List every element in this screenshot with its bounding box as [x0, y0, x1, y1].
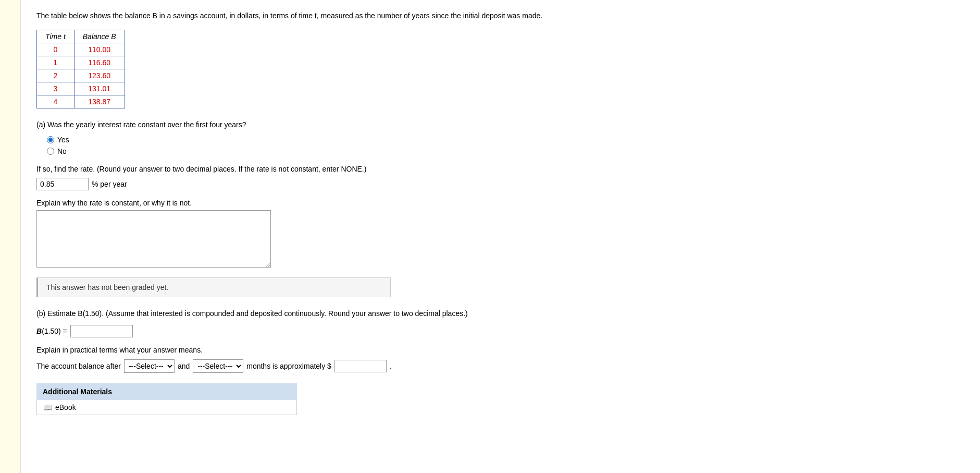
account-balance-prefix: The account balance after: [36, 362, 121, 370]
radio-yes-label: Yes: [57, 136, 69, 144]
table-cell-time: 1: [37, 56, 75, 69]
explain-practical-label: Explain in practical terms what your ans…: [36, 346, 964, 354]
grading-box: This answer has not been graded yet.: [36, 277, 391, 297]
left-sidebar: [0, 0, 21, 473]
grading-text: This answer has not been graded yet.: [46, 283, 168, 292]
table-cell-balance: 123.60: [74, 69, 125, 82]
months-suffix: months is approximately $: [246, 362, 331, 370]
table-cell-balance: 110.00: [74, 43, 125, 56]
radio-no-option[interactable]: No: [47, 147, 964, 155]
table-cell-balance: 131.01: [74, 82, 125, 95]
explain-label: Explain why the rate is constant, or why…: [36, 199, 964, 207]
radio-no[interactable]: [47, 148, 54, 155]
b-value-input[interactable]: [70, 325, 133, 337]
rate-unit: % per year: [92, 180, 127, 188]
find-rate-row: 0.85 % per year: [36, 178, 964, 190]
select-years[interactable]: ---Select---12345: [124, 359, 175, 373]
ebook-label[interactable]: eBook: [55, 403, 76, 411]
and-text: and: [178, 362, 190, 370]
dollar-input[interactable]: [334, 360, 387, 372]
radio-group-yes-no: Yes No: [47, 136, 964, 155]
intro-text: The table below shows the balance B in a…: [36, 10, 964, 21]
explain-textarea[interactable]: [36, 210, 271, 268]
rate-input[interactable]: 0.85: [36, 178, 89, 190]
radio-yes[interactable]: [47, 136, 54, 143]
part-b-row: B(1.50) =: [36, 325, 964, 337]
explain-section: Explain why the rate is constant, or why…: [36, 199, 964, 269]
table-cell-time: 0: [37, 43, 75, 56]
table-cell-balance: 116.60: [74, 56, 125, 69]
table-cell-time: 4: [37, 95, 75, 108]
radio-yes-option[interactable]: Yes: [47, 136, 964, 144]
period-punctuation: .: [390, 362, 392, 370]
ebook-icon: 📖: [43, 403, 52, 411]
additional-materials-heading: Additional Materials: [36, 383, 297, 400]
select-months[interactable]: ---Select---1236912: [193, 359, 243, 373]
table-header-time: Time t: [37, 30, 75, 43]
data-table: Time t Balance B 0110.001116.602123.6031…: [36, 30, 125, 108]
part-a-question: (a) Was the yearly interest rate constan…: [36, 119, 964, 130]
ebook-row[interactable]: 📖 eBook: [36, 400, 297, 415]
table-cell-time: 2: [37, 69, 75, 82]
radio-no-label: No: [57, 147, 67, 155]
table-cell-balance: 138.87: [74, 95, 125, 108]
table-header-balance: Balance B: [74, 30, 125, 43]
b-label: B(1.50) =: [36, 327, 67, 335]
content-area: The table below shows the balance B in a…: [21, 0, 980, 473]
find-rate-section: If so, find the rate. (Round your answer…: [36, 164, 964, 190]
page-wrapper: The table below shows the balance B in a…: [0, 0, 980, 473]
table-cell-time: 3: [37, 82, 75, 95]
part-b-section: (b) Estimate B(1.50). (Assume that inter…: [36, 308, 964, 372]
part-b-question: (b) Estimate B(1.50). (Assume that inter…: [36, 308, 964, 319]
account-balance-row: The account balance after ---Select---12…: [36, 359, 964, 373]
find-rate-label: If so, find the rate. (Round your answer…: [36, 164, 964, 175]
